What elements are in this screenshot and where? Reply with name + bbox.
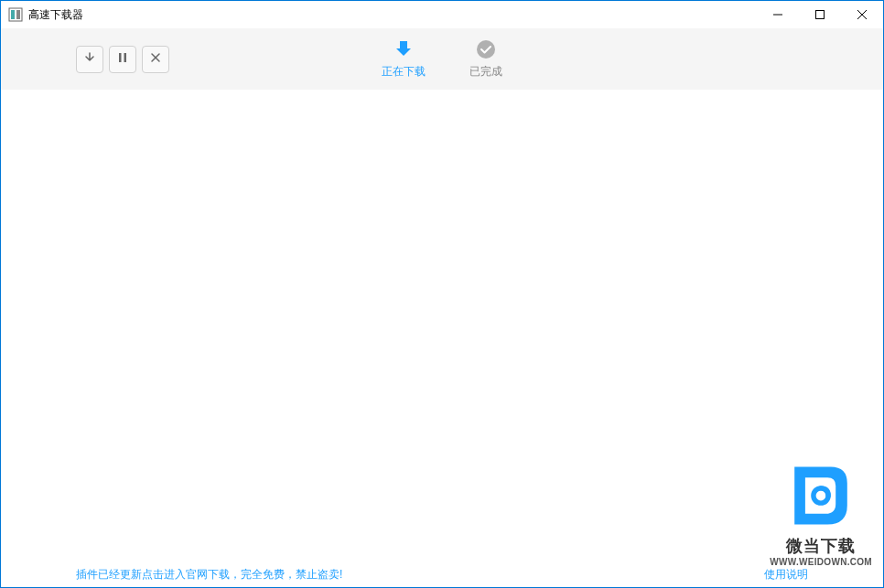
update-notice-link[interactable]: 插件已经更新点击进入官网下载，完全免费，禁止盗卖! [76, 567, 342, 583]
close-button[interactable] [841, 1, 883, 28]
start-download-button[interactable] [76, 46, 103, 73]
titlebar: 高速下载器 [1, 1, 883, 28]
svg-rect-7 [119, 53, 122, 62]
svg-rect-4 [816, 11, 825, 19]
download-list-area [1, 91, 883, 561]
svg-point-11 [477, 40, 495, 59]
app-icon [8, 7, 23, 22]
help-link[interactable]: 使用说明 [764, 567, 808, 583]
close-icon [149, 51, 162, 67]
minimize-button[interactable] [757, 1, 799, 28]
svg-rect-2 [16, 10, 20, 19]
svg-rect-1 [11, 10, 15, 19]
tab-completed-label: 已完成 [469, 64, 502, 80]
pause-icon [116, 51, 129, 67]
check-circle-icon [475, 38, 497, 60]
cancel-download-button[interactable] [142, 46, 169, 73]
tab-downloading[interactable]: 正在下载 [378, 31, 429, 87]
maximize-button[interactable] [799, 1, 841, 28]
pause-download-button[interactable] [109, 46, 136, 73]
svg-rect-8 [124, 53, 127, 62]
arrow-down-icon [83, 51, 96, 67]
toolbar: 正在下载 已完成 [1, 28, 883, 91]
tab-downloading-label: 正在下载 [382, 64, 426, 80]
download-arrow-icon [393, 38, 415, 60]
window-title: 高速下载器 [28, 7, 83, 23]
tab-completed[interactable]: 已完成 [466, 31, 506, 87]
footer: 插件已经更新点击进入官网下载，完全免费，禁止盗卖! 使用说明 [1, 561, 883, 587]
